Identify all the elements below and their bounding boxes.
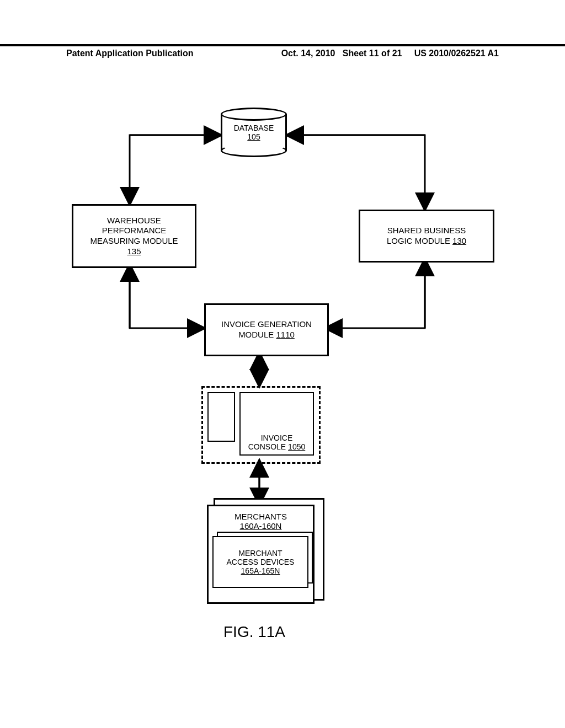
console-dashed-box: INVOICE CONSOLE 1050: [201, 386, 321, 464]
invoice-gen-box: INVOICE GENERATION MODULE 1110: [204, 303, 329, 356]
merchants-stack: MERCHANTS 160A-160N MERCHANT ACCESS DEVI…: [207, 505, 320, 607]
invoice-gen-l1: INVOICE GENERATION: [221, 319, 312, 330]
devices-card-front: MERCHANT ACCESS DEVICES 165A-165N: [212, 536, 308, 588]
invoice-gen-l2-wrap: MODULE 1110: [238, 330, 295, 340]
figure-label: FIG. 11A: [223, 623, 285, 641]
console-l2-wrap: CONSOLE 1050: [248, 442, 306, 451]
shared-num: 130: [452, 236, 466, 245]
database-num: 105: [247, 132, 260, 141]
stack-card-front: MERCHANTS 160A-160N MERCHANT ACCESS DEVI…: [207, 505, 315, 604]
devices-stack: MERCHANT ACCESS DEVICES 165A-165N: [212, 536, 309, 588]
console-l2: CONSOLE: [248, 442, 286, 451]
database-node: DATABASE 105: [221, 108, 287, 157]
shared-l1: SHARED BUSINESS: [387, 226, 466, 236]
devices-l2: ACCESS DEVICES: [227, 558, 295, 566]
database-label: DATABASE: [234, 124, 274, 132]
merchants-label: MERCHANTS: [234, 512, 287, 521]
diagram-canvas: DATABASE 105 WAREHOUSE PERFORMANCE MEASU…: [0, 0, 565, 728]
invoice-gen-l2: MODULE: [238, 330, 274, 339]
warehouse-module-box: WAREHOUSE PERFORMANCE MEASURING MODULE 1…: [72, 204, 196, 268]
console-l1: INVOICE: [261, 433, 293, 442]
cylinder-top: [221, 108, 287, 121]
devices-num: 165A-165N: [241, 566, 280, 575]
warehouse-l2: PERFORMANCE: [102, 226, 167, 236]
shared-l2: LOGIC MODULE: [387, 236, 450, 245]
console-inner-right: INVOICE CONSOLE 1050: [239, 392, 314, 456]
merchants-num: 160A-160N: [240, 521, 282, 531]
cylinder-bottom: [221, 144, 287, 157]
shared-logic-box: SHARED BUSINESS LOGIC MODULE 130: [359, 210, 494, 263]
warehouse-l1: WAREHOUSE: [107, 216, 161, 226]
shared-l2-wrap: LOGIC MODULE 130: [387, 236, 466, 247]
warehouse-num: 135: [127, 247, 141, 257]
devices-l1: MERCHANT: [238, 549, 282, 558]
console-inner-left: [207, 392, 235, 442]
invoice-gen-num: 1110: [276, 330, 294, 339]
warehouse-l3: MEASURING MODULE: [90, 236, 178, 247]
console-num: 1050: [288, 442, 305, 451]
